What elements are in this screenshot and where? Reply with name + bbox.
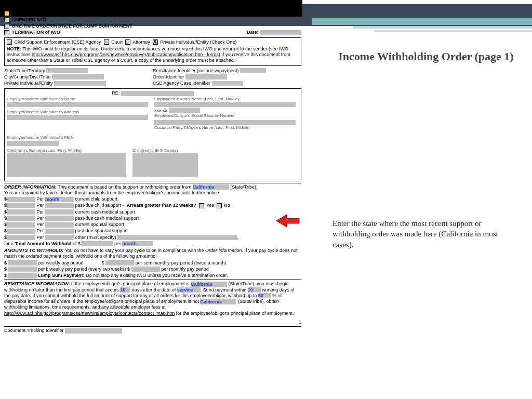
field-per3[interactable] — [45, 209, 74, 215]
lump-b: Lump Sum Payment: — [38, 273, 85, 278]
line-g: other (must specify) — [75, 235, 116, 240]
field-fein[interactable] — [7, 141, 59, 146]
checkbox-no[interactable] — [217, 203, 222, 208]
field-amt6[interactable] — [7, 229, 35, 234]
total-bold: Total Amount to Withhold — [15, 241, 72, 246]
lbl-remit: Remittance Identifier (include w/payment… — [153, 68, 239, 73]
check-one-box: Child Support Enforcement (CSE) Agency C… — [4, 37, 301, 66]
slide-title: Income Withholding Order (page 1) — [332, 50, 520, 63]
per: Per — [37, 196, 44, 202]
field-state[interactable] — [46, 68, 88, 73]
field-amt5[interactable] — [7, 222, 35, 228]
order-state-suffix: (State/Tribe). — [230, 184, 257, 190]
remit-ca2: California — [200, 299, 222, 304]
field-per7[interactable] — [45, 235, 74, 240]
field-total[interactable] — [82, 241, 113, 246]
lbl-biweekly: per biweekly pay period (every two weeks… — [38, 267, 130, 272]
lbl-oblname: Employee/Obligor's Name (Last, First, Mi… — [154, 97, 299, 102]
amounts-intro: You do not have to vary your pay cycle t… — [63, 248, 205, 253]
checkbox-yes[interactable] — [199, 203, 204, 208]
field-per4[interactable] — [45, 216, 74, 221]
field-city[interactable] — [52, 74, 104, 79]
per-month: month — [45, 197, 60, 202]
remit-link[interactable]: http://www.acf.hhs.gov/programs/cse/newh… — [4, 311, 175, 316]
field-cust[interactable] — [154, 120, 296, 125]
date-field[interactable] — [260, 30, 301, 35]
field-amt3[interactable] — [7, 209, 35, 215]
lbl-attorney: Attorney — [132, 39, 150, 45]
remit-t3: days after the date of — [132, 287, 177, 292]
lbl-private: Private Individual/Entity (Check One) — [160, 39, 236, 45]
field-semi[interactable] — [105, 260, 134, 265]
remit-50: 50 — [258, 293, 263, 298]
remit-hdr: REMITTANCE INFORMATION — [4, 281, 69, 286]
field-per6[interactable] — [45, 229, 74, 234]
order-state-val: California — [193, 184, 215, 190]
total-of: of $ — [71, 241, 81, 246]
stripe — [353, 26, 532, 29]
remit-t4: . Send payment within — [201, 287, 248, 292]
lbl-cust: Custodial Party/Obligee's Name (Last, Fi… — [154, 125, 299, 130]
per: Per — [37, 222, 44, 227]
opt-amended: AMENDED IWO — [12, 17, 46, 22]
per: Per — [37, 235, 44, 240]
opt-original: ORIGINAL INCOME WITHHOLDING ORDER/NOTICE… — [12, 11, 176, 16]
per: Per — [37, 209, 44, 215]
amounts-italic: Order Information — [205, 248, 242, 253]
field-amt1[interactable] — [7, 197, 35, 202]
field-childdob[interactable] — [132, 153, 198, 177]
note-link[interactable]: http://www.acf.hhs.gov/programs/cse/newh… — [32, 52, 219, 57]
field-weekly[interactable] — [8, 260, 37, 265]
checkbox-court[interactable] — [104, 39, 109, 45]
field-per2[interactable] — [45, 203, 74, 208]
field-cseid[interactable] — [212, 81, 243, 86]
per: Per — [37, 203, 44, 208]
field-re[interactable] — [121, 91, 194, 96]
field-monthly[interactable] — [131, 267, 160, 272]
checkbox-cse[interactable] — [7, 39, 12, 45]
field-order[interactable] — [185, 74, 227, 79]
checkbox-amended[interactable] — [4, 17, 9, 22]
lbl-city: City/County/Dist./Tribe — [4, 74, 51, 79]
lbl-empaddr: Employer/Income Withholder's Address — [7, 110, 151, 115]
field-empaddr[interactable] — [7, 115, 148, 120]
lbl-court: Court — [111, 39, 123, 45]
form-title: INCOME WITHHOLDING FOR SUPPORT — [4, 3, 301, 10]
checkbox-attorney[interactable] — [125, 39, 130, 45]
field-amt4[interactable] — [7, 216, 35, 221]
per2: per — [114, 241, 121, 246]
field-ssn[interactable] — [169, 108, 200, 113]
lbl-yes: Yes — [206, 203, 214, 208]
field-priv[interactable] — [54, 81, 106, 86]
total-month: month — [122, 241, 137, 246]
ssn-mask: xxx-xx- — [154, 108, 169, 113]
field-remit[interactable] — [240, 68, 266, 73]
stripe — [374, 30, 532, 32]
field-empname[interactable] — [7, 102, 148, 107]
field-lump[interactable] — [8, 273, 37, 278]
field-biweekly[interactable] — [8, 267, 37, 272]
remit-service: service — [177, 287, 193, 292]
field-tracking[interactable] — [65, 328, 122, 334]
identifier-block: State/Tribe/Territory City/County/Dist./… — [4, 68, 301, 87]
lbl-cse: Child Support Enforcement (CSE) Agency — [15, 39, 101, 45]
field-other[interactable] — [117, 235, 237, 240]
checkbox-onetime[interactable] — [4, 24, 9, 29]
remit-10a: 10 — [120, 287, 125, 292]
date-label: Date: — [247, 30, 259, 35]
field-childname[interactable] — [7, 153, 126, 177]
checkbox-private[interactable] — [153, 39, 158, 45]
checkbox-original[interactable] — [4, 11, 9, 16]
total-pre: for a — [4, 241, 15, 246]
field-amt7[interactable] — [7, 235, 35, 240]
checkbox-termination[interactable] — [4, 30, 9, 35]
lbl-cseid: CSE Agency Case Identifier — [153, 81, 210, 86]
field-amt2[interactable] — [7, 203, 35, 208]
order-hdr: ORDER INFORMATION: — [4, 184, 57, 190]
remit-t8: for the employee/obligor's principal pla… — [175, 311, 294, 316]
page-number: 1 — [4, 320, 301, 325]
field-oblname[interactable] — [154, 102, 296, 107]
lbl-monthly: per monthly pay period — [161, 267, 209, 272]
line-f: past-due spousal support — [75, 228, 128, 233]
field-per5[interactable] — [45, 222, 74, 228]
